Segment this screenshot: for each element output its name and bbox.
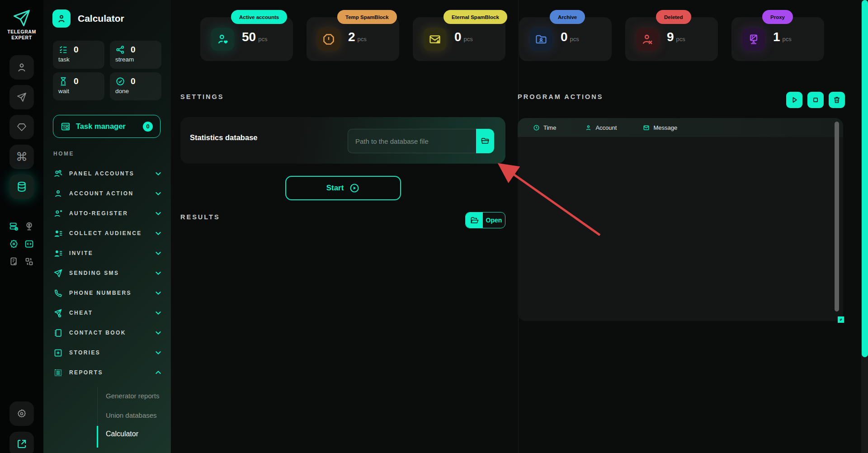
play-icon xyxy=(790,96,798,104)
panel-scrollbar-thumb[interactable] xyxy=(835,122,839,311)
task-manager-badge: 0 xyxy=(143,122,153,132)
user-heart-icon xyxy=(211,28,234,51)
status-card-temp-spamblock: Temp SpamBlock 2pcs xyxy=(307,17,399,61)
settings-gear-icon xyxy=(16,408,27,419)
submenu-item-generator-reports[interactable]: Generator reports xyxy=(106,392,159,402)
stop-button[interactable] xyxy=(807,92,824,108)
start-button[interactable]: Start xyxy=(285,176,401,200)
database-icon xyxy=(16,181,28,193)
run-button[interactable] xyxy=(786,92,802,108)
user-icon xyxy=(53,189,63,198)
share-icon xyxy=(115,45,125,55)
diamond-icon xyxy=(16,122,27,132)
actions-table-header: Time Account Message xyxy=(518,118,843,137)
panel-resize-handle[interactable] xyxy=(838,316,844,323)
rail-sending-button[interactable] xyxy=(9,85,34,109)
status-card-active-accounts: Active accounts 50pcs xyxy=(200,17,293,61)
program-actions-heading: PROGRAM ACTIONS xyxy=(518,93,603,100)
checklist-icon xyxy=(58,45,68,55)
results-heading: RESULTS xyxy=(180,213,220,221)
person-webcam-icon[interactable] xyxy=(24,221,34,231)
sidebar-item-phone-numbers[interactable]: PHONE NUMBERS xyxy=(43,285,171,301)
server-check-icon[interactable] xyxy=(9,221,19,231)
open-results-button[interactable]: Open xyxy=(465,212,505,228)
page-scrollbar-track[interactable] xyxy=(861,0,868,453)
user-icon xyxy=(585,124,592,131)
notebook-icon xyxy=(53,328,63,338)
stat-done: 0 done xyxy=(110,72,161,100)
status-badge: Active accounts xyxy=(231,10,287,24)
status-card-archive: Archive 0pcs xyxy=(519,17,612,61)
rail-settings-button[interactable] xyxy=(9,401,34,426)
sidebar-item-reports[interactable]: REPORTS xyxy=(43,365,171,380)
stat-task: 0 task xyxy=(53,41,104,69)
rail-database-button[interactable] xyxy=(9,175,34,199)
status-card-eternal-spamblock: Eternal SpamBlock 0pcs xyxy=(413,17,505,61)
sidebar: Calculator 0 task 0 stream 0 wait 0 done… xyxy=(43,0,171,453)
left-rail: TELEGRAMEXPERT ⌘ xyxy=(0,0,43,453)
phone-icon xyxy=(53,288,63,298)
sidebar-item-collect-audience[interactable]: COLLECT AUDIENCE xyxy=(43,226,171,241)
document-check-icon[interactable] xyxy=(9,256,19,266)
active-submenu-indicator xyxy=(97,426,98,448)
plus-square-icon xyxy=(53,348,63,358)
clock-icon xyxy=(533,124,540,131)
app-logo-plane-icon xyxy=(12,8,32,28)
clear-button[interactable] xyxy=(829,92,845,108)
sidebar-item-sending-sms[interactable]: SENDING SMS xyxy=(43,265,171,281)
bot-gear-icon[interactable] xyxy=(9,239,19,249)
page-scrollbar-thumb[interactable] xyxy=(862,0,868,357)
hourglass-icon xyxy=(58,76,68,86)
submenu-item-union-databases[interactable]: Union databases xyxy=(106,411,157,421)
sidebar-item-stories[interactable]: STORIES xyxy=(43,345,171,360)
user-list-icon xyxy=(53,229,63,238)
rail-accounts-button[interactable] xyxy=(9,55,34,80)
sidebar-item-account-action[interactable]: ACCOUNT ACTION xyxy=(43,186,171,201)
mail-icon xyxy=(643,124,650,131)
sidebar-item-panel-accounts[interactable]: PANEL ACCOUNTS xyxy=(43,166,171,181)
stat-wait: 0 wait xyxy=(53,72,104,100)
status-cards-row: Active accounts 50pcs Temp SpamBlock 2pc… xyxy=(200,17,824,61)
warning-octagon-icon xyxy=(317,28,340,51)
sidebar-item-contact-book[interactable]: CONTACT BOOK xyxy=(43,325,171,340)
status-badge: Deleted xyxy=(656,10,691,24)
sidebar-item-home[interactable]: HOME xyxy=(53,151,74,157)
send-plane-icon xyxy=(53,269,63,278)
rail-command-button[interactable]: ⌘ xyxy=(9,145,34,169)
status-badge: Proxy xyxy=(762,10,793,24)
chevron-down-icon xyxy=(155,190,162,197)
statistics-database-label: Statistics database xyxy=(190,133,257,142)
folder-user-icon xyxy=(530,28,552,51)
code-window-icon[interactable] xyxy=(24,239,34,249)
send-plane-icon xyxy=(16,92,27,103)
sidebar-item-auto-register[interactable]: AUTO-REGISTER xyxy=(43,206,171,221)
trash-icon xyxy=(833,96,841,104)
chevron-down-icon xyxy=(155,170,162,177)
proxy-server-icon xyxy=(742,28,765,51)
column-message[interactable]: Message xyxy=(643,124,677,131)
sidebar-item-cheat[interactable]: CHEAT xyxy=(43,305,171,321)
rail-premium-button[interactable] xyxy=(9,115,34,139)
user-icon xyxy=(16,62,27,73)
submenu-item-calculator[interactable]: Calculator xyxy=(106,430,138,440)
browse-folder-button[interactable] xyxy=(476,129,494,153)
chevron-down-icon xyxy=(155,269,162,277)
chevron-down-icon xyxy=(155,349,162,356)
column-account[interactable]: Account xyxy=(585,124,617,131)
brand-name: TELEGRAMEXPERT xyxy=(0,29,43,41)
chevron-down-icon xyxy=(155,309,162,316)
column-time[interactable]: Time xyxy=(533,124,556,131)
calculator-user-icon xyxy=(52,9,71,28)
user-plus-icon xyxy=(53,209,63,218)
send-circle-icon xyxy=(53,308,63,318)
task-manager-button[interactable]: Task manager 0 xyxy=(53,115,160,138)
database-path-input[interactable] xyxy=(348,129,476,153)
rail-open-external-button[interactable] xyxy=(9,432,34,453)
main-content: Active accounts 50pcs Temp SpamBlock 2pc… xyxy=(171,0,868,453)
command-icon: ⌘ xyxy=(16,151,28,163)
swap-icon[interactable] xyxy=(24,256,34,266)
sidebar-item-invite[interactable]: INVITE xyxy=(43,245,171,261)
check-circle-icon xyxy=(115,76,125,86)
stop-icon xyxy=(811,96,820,104)
chevron-down-icon xyxy=(155,210,162,217)
